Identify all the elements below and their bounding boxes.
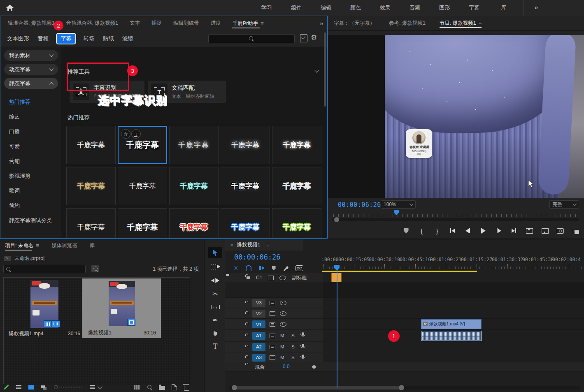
tab-audio-track-mixer[interactable]: 音轨混合器: 爆款视频1	[60, 16, 124, 30]
tab-project[interactable]: 项目: 未命名≡	[5, 239, 39, 252]
subtitle-style-card[interactable]: 千鹿字幕	[118, 208, 167, 238]
media-item-name[interactable]: 爆款视频1.mp4	[9, 330, 44, 337]
subtitle-style-card[interactable]: 千鹿字幕	[66, 167, 116, 205]
sidebar-group-dynamic-captions[interactable]: 动态字幕	[4, 64, 58, 75]
subtitle-style-card[interactable]: 千鹿字幕	[169, 167, 219, 205]
timeline-ruler[interactable]: :00:00 00:00:15:05 00:00:30:10 00:00:45:…	[323, 256, 584, 271]
download-icon[interactable]: ↓	[131, 129, 141, 139]
add-marker-icon[interactable]	[272, 266, 276, 271]
scrollbar-handle[interactable]	[334, 217, 339, 222]
track-output-eye-icon[interactable]	[279, 276, 286, 280]
subtab-transitions[interactable]: 转场	[84, 35, 95, 42]
list-view-button[interactable]	[12, 382, 25, 392]
subtitle-style-card[interactable]: 千鹿字幕	[118, 167, 167, 205]
track-badge-targeted[interactable]: A2	[252, 343, 265, 351]
sidebar-item-talking[interactable]: 口播	[1, 124, 61, 139]
mute-button[interactable]: M	[280, 355, 284, 360]
tab-capture[interactable]: 捕捉	[146, 16, 168, 30]
sync-lock-icon[interactable]	[270, 311, 275, 316]
scrollbar-thumb[interactable]	[233, 386, 401, 390]
sync-lock-icon[interactable]	[268, 276, 274, 280]
tab-audio-clip-mixer[interactable]: 辑混合器: 爆款视频1	[2, 16, 60, 30]
icon-view-button[interactable]	[25, 382, 37, 392]
lock-icon[interactable]	[247, 276, 250, 279]
tab-progress[interactable]: 进度	[205, 16, 227, 30]
comparison-view-button[interactable]	[571, 226, 581, 236]
sequence-tab[interactable]: × 爆款视频1 ≡	[225, 239, 303, 251]
subtitle-style-card[interactable]: 千鹿字幕	[221, 167, 270, 205]
voiceover-mic-icon[interactable]	[302, 355, 304, 358]
navigate-up-icon[interactable]	[4, 256, 11, 261]
track-output-eye-icon[interactable]	[280, 322, 286, 327]
menu-item-graphics[interactable]: 图形	[430, 0, 459, 16]
collapse-chevron-icon[interactable]	[314, 68, 319, 72]
mark-out-button[interactable]: }	[432, 226, 442, 236]
track-badge-targeted[interactable]: V1	[252, 320, 265, 328]
subtitle-style-card[interactable]: 千鹿字幕	[66, 126, 116, 164]
add-marker-button[interactable]	[401, 226, 411, 236]
export-frame-button[interactable]	[556, 226, 565, 236]
solo-button[interactable]: S	[291, 344, 295, 349]
voiceover-mic-icon[interactable]	[302, 344, 304, 347]
track-output-eye-icon[interactable]	[280, 311, 286, 316]
track-badge-targeted[interactable]: A3	[252, 354, 265, 362]
sidebar-group-my-assets[interactable]: 我的素材	[4, 50, 58, 61]
subtitle-style-card-selected[interactable]: ☆ ↓ 千鹿字幕	[118, 126, 167, 164]
panel-menu-icon[interactable]: ≡	[267, 242, 270, 248]
menu-item-audio[interactable]: 音频	[400, 0, 430, 16]
voiceover-mic-icon[interactable]	[302, 332, 304, 336]
type-tool[interactable]: T	[208, 341, 222, 352]
step-back-button[interactable]	[463, 226, 473, 236]
plugin-scrollbar[interactable]	[324, 32, 326, 107]
monitor-time-ruler[interactable]	[333, 211, 580, 217]
subtab-audio[interactable]: 音频	[37, 35, 49, 42]
timeline-scrollbar[interactable]	[229, 386, 580, 390]
hand-tool[interactable]	[208, 327, 222, 339]
subtitle-style-card[interactable]: 千鹿字幕	[221, 208, 270, 238]
work-area-bar[interactable]	[322, 271, 477, 272]
subtab-filters[interactable]: 滤镜	[122, 35, 133, 42]
go-to-out-button[interactable]	[509, 226, 519, 236]
lift-button[interactable]	[525, 226, 535, 236]
caption-track-badge[interactable]: C1	[256, 275, 262, 281]
ripple-edit-tool[interactable]	[208, 275, 222, 286]
linked-selection-icon[interactable]	[258, 265, 265, 271]
tab-program-monitor[interactable]: 节目: 爆款视频1≡	[440, 16, 482, 30]
panel-menu-icon[interactable]: ≡	[261, 20, 264, 26]
program-timecode[interactable]: 00:00:06:26	[338, 201, 381, 209]
task-list-icon[interactable]	[300, 34, 307, 42]
pen-tool[interactable]: ✒	[208, 314, 222, 326]
track-output-eye-icon[interactable]	[280, 301, 286, 305]
video-clip[interactable]: fx 爆款视频1.mp4 [V]	[421, 319, 482, 329]
subtab-text-graphics[interactable]: 文本图形	[7, 35, 29, 42]
plugin-search-input[interactable]	[209, 35, 294, 43]
menu-item-learn[interactable]: 学习	[252, 0, 282, 16]
zoom-handle-left[interactable]	[232, 385, 237, 390]
clear-button[interactable]	[180, 382, 193, 392]
slip-tool[interactable]: ↔	[208, 301, 222, 313]
tab-edit-to-tape[interactable]: 编辑到磁带	[168, 16, 205, 30]
tab-text[interactable]: 文本	[124, 16, 146, 30]
project-writable-icon[interactable]	[0, 382, 12, 392]
sync-lock-icon[interactable]	[270, 355, 275, 360]
subtitle-style-card[interactable]: 千鹿字幕	[272, 126, 321, 164]
thumbnail-zoom-slider[interactable]	[49, 382, 86, 392]
snap-magnet-icon[interactable]	[246, 265, 251, 271]
sidebar-item-minimal[interactable]: 简约	[1, 198, 61, 213]
sidebar-group-static-captions[interactable]: 静态字幕	[4, 78, 58, 89]
favorite-star-icon[interactable]: ☆	[121, 129, 130, 139]
subtitle-style-card[interactable]: 千鹿字幕	[169, 208, 219, 238]
sidebar-item-lyrics[interactable]: 歌词	[1, 183, 61, 198]
tab-captions-none[interactable]: 字幕：（无字幕）	[334, 16, 375, 30]
solo-button[interactable]: S	[291, 355, 295, 360]
menu-item-libraries[interactable]: 库	[489, 0, 519, 16]
workspace-overflow-icon[interactable]: »	[524, 0, 549, 16]
subtab-captions[interactable]: 字幕	[57, 34, 75, 44]
new-item-button[interactable]	[168, 382, 180, 392]
menu-item-color[interactable]: 颜色	[341, 0, 370, 16]
subtab-stickers[interactable]: 贴纸	[103, 35, 114, 42]
timeline-timecode[interactable]: 00:00:06:26	[234, 253, 281, 261]
track-badge-targeted[interactable]: A1	[252, 332, 265, 340]
settings-gear-icon[interactable]: ⚙	[311, 33, 317, 42]
sync-lock-icon[interactable]	[270, 334, 275, 338]
